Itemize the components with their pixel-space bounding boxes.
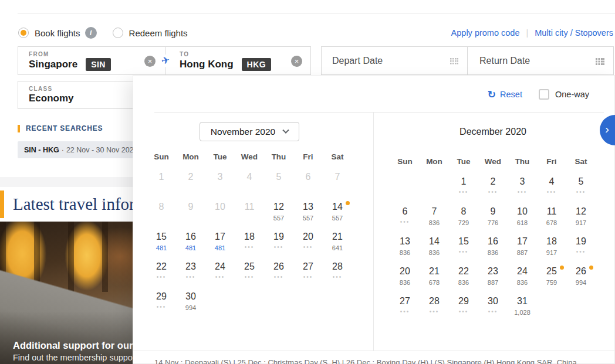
from-field[interactable]: FROM Singapore SIN × — [18, 47, 165, 74]
radio-selected-icon — [18, 28, 29, 38]
calendar-day[interactable]: 23887 — [478, 265, 508, 295]
calendar-day[interactable]: 28••• — [420, 295, 449, 325]
apply-promo-link[interactable]: Apply promo code — [451, 28, 520, 38]
calendar-day[interactable]: 4••• — [537, 175, 566, 205]
calendar-day[interactable]: 14557 — [323, 200, 352, 230]
return-date-field[interactable]: Return Date — [467, 47, 613, 74]
multi-city-link[interactable]: Multi city / Stopovers — [535, 28, 613, 38]
calendar-day[interactable]: 18••• — [235, 230, 264, 260]
calendar-day[interactable]: 15••• — [449, 235, 478, 265]
calendar-day[interactable]: 17887 — [508, 235, 537, 265]
calendar-day[interactable]: 13836 — [390, 235, 420, 265]
calendar-day[interactable]: 28••• — [323, 260, 352, 290]
chevron-down-icon — [282, 127, 289, 133]
calendar-day[interactable]: 9776 — [478, 205, 508, 235]
day-number: 27 — [293, 261, 323, 273]
date-fields: Depart Date Return Date — [321, 46, 614, 75]
price-loading-dots: ••• — [566, 189, 596, 195]
calendar-day[interactable]: 20••• — [293, 230, 323, 260]
calendar-day[interactable]: 22••• — [147, 260, 176, 290]
day-number: 23 — [478, 266, 508, 277]
calendar-day[interactable]: 19••• — [566, 235, 596, 265]
calendar-day[interactable]: 15481 — [147, 230, 176, 260]
book-flights-radio[interactable]: Book flights — [18, 28, 80, 38]
calendar-day[interactable]: 5••• — [566, 175, 596, 205]
recent-searches-title: RECENT SEARCHES — [18, 124, 142, 132]
calendar-day[interactable]: 24••• — [205, 260, 235, 290]
price-loading-dots: ••• — [205, 274, 235, 280]
calendar-day[interactable]: 8729 — [449, 205, 478, 235]
reset-button[interactable]: ↻ Reset — [488, 90, 522, 100]
calendar-day[interactable]: 30••• — [478, 295, 508, 325]
price-loading-dots: ••• — [420, 308, 449, 315]
fare-price: 678 — [420, 279, 449, 286]
calendar-day[interactable]: 26••• — [264, 260, 293, 290]
calendar-day[interactable]: 311,028 — [508, 295, 537, 325]
calendar-day[interactable]: 25••• — [235, 260, 264, 290]
to-label: TO — [180, 51, 310, 57]
day-header: Fri — [537, 157, 566, 166]
calendar-day[interactable]: 21641 — [323, 230, 352, 260]
calendar-day: 11 — [235, 200, 264, 230]
price-loading-dots: ••• — [537, 189, 566, 195]
clear-from-icon[interactable]: × — [144, 56, 156, 67]
calendar-day[interactable]: 1••• — [449, 175, 478, 205]
calendar-day[interactable]: 6••• — [390, 205, 420, 235]
one-way-toggle[interactable]: One-way — [539, 89, 589, 100]
month-selector[interactable]: November 2020 — [200, 122, 299, 141]
day-number: 4 — [235, 171, 264, 183]
divider — [133, 351, 614, 351]
calendar-day[interactable]: 23••• — [176, 260, 205, 290]
calendar-day[interactable]: 30994 — [176, 290, 205, 320]
calendar-day[interactable]: 29••• — [449, 295, 478, 325]
from-code-badge: SIN — [86, 58, 111, 71]
day-number: 8 — [449, 206, 478, 217]
calendar-day[interactable]: 3••• — [508, 175, 537, 205]
calendar-day[interactable]: 16836 — [478, 235, 508, 265]
fare-price: 994 — [566, 279, 596, 286]
chevron-right-icon: › — [605, 122, 609, 136]
calendar-day[interactable]: 2••• — [478, 175, 508, 205]
calendar-day[interactable]: 10618 — [508, 205, 537, 235]
fare-price: 729 — [449, 219, 478, 226]
redeem-flights-radio[interactable]: Redeem flights — [113, 28, 188, 38]
calendar-day[interactable]: 27••• — [390, 295, 420, 325]
calendar-day[interactable]: 14836 — [420, 235, 449, 265]
calendar-day[interactable]: 19••• — [264, 230, 293, 260]
fare-price: 618 — [508, 219, 537, 226]
calendar-day[interactable]: 16481 — [176, 230, 205, 260]
calendar-day[interactable]: 18917 — [537, 235, 566, 265]
fare-price: 1,028 — [508, 309, 537, 316]
recent-search-item[interactable]: SIN - HKG · 22 Nov - 30 Nov 2020 × — [18, 141, 142, 158]
calendar-day[interactable]: 17481 — [205, 230, 235, 260]
promo-card[interactable]: Additional support for our me Find out t… — [0, 222, 137, 364]
day-number: 12 — [264, 201, 293, 213]
calendar-day[interactable]: 7836 — [420, 205, 449, 235]
month-selector-value: November 2020 — [211, 127, 275, 137]
fare-price: 481 — [176, 244, 205, 251]
one-way-checkbox[interactable] — [539, 89, 549, 100]
calendar-day[interactable]: 20836 — [390, 265, 420, 295]
calendar-day[interactable]: 13557 — [293, 200, 323, 230]
info-icon[interactable]: i — [85, 27, 97, 39]
to-code-badge: HKG — [242, 58, 272, 71]
to-field[interactable]: TO Hong Kong HKG × — [165, 47, 310, 74]
from-city: Singapore — [29, 59, 77, 70]
day-number: 19 — [566, 236, 596, 247]
price-loading-dots: ••• — [566, 249, 596, 255]
calendar-day[interactable]: 27••• — [293, 260, 323, 290]
calendar-day[interactable]: 11678 — [537, 205, 566, 235]
calendar-day[interactable]: 12917 — [566, 205, 596, 235]
depart-date-field[interactable]: Depart Date — [322, 47, 467, 74]
day-number: 7 — [420, 206, 449, 217]
calendar-day[interactable]: 12557 — [264, 200, 293, 230]
calendar-day[interactable]: 22836 — [449, 265, 478, 295]
calendar-day[interactable]: 24836 — [508, 265, 537, 295]
calendar-day-empty — [264, 290, 293, 320]
calendar-day[interactable]: 29••• — [147, 290, 176, 320]
fare-price: 836 — [420, 219, 449, 226]
calendar-day[interactable]: 25759 — [537, 265, 566, 295]
calendar-day[interactable]: 21678 — [420, 265, 449, 295]
clear-to-icon[interactable]: × — [291, 56, 302, 67]
calendar-day[interactable]: 26994 — [566, 265, 596, 295]
